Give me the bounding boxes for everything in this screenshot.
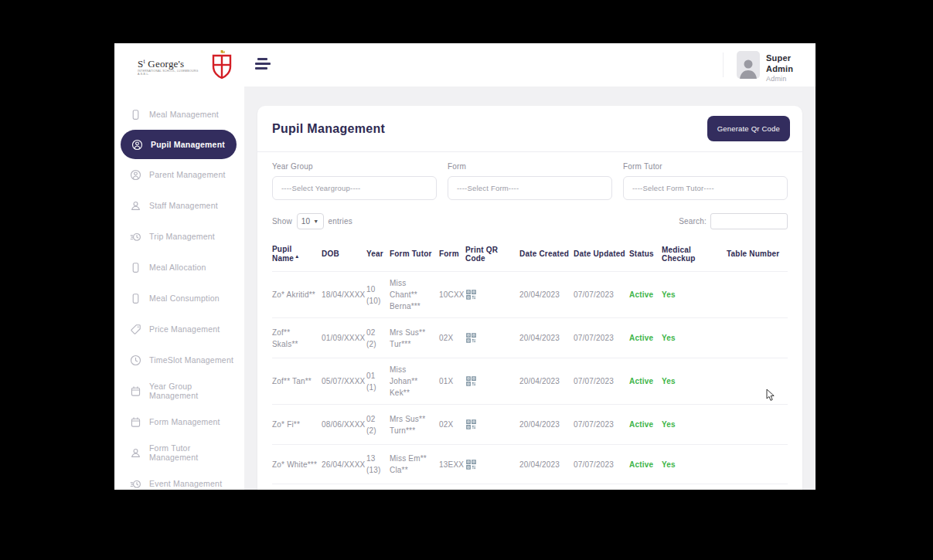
cell-year: 02 (2) xyxy=(366,413,390,436)
cell-year: 02 (2) xyxy=(366,327,390,350)
cell-date-created: 20/04/2023 xyxy=(519,289,574,300)
avatar[interactable] xyxy=(737,51,760,79)
sidebar-item-parent-management[interactable]: Parent Management xyxy=(114,159,244,190)
main-content: Pupil Management Generate Qr Code Year G… xyxy=(244,87,816,490)
cell-form: 01X xyxy=(439,375,465,387)
event-icon xyxy=(130,478,141,490)
cell-dob: 08/06/XXXX xyxy=(322,419,366,430)
meal-icon xyxy=(130,109,141,120)
entries-length-value: 10 xyxy=(301,217,311,226)
print-qr-code-icon[interactable] xyxy=(465,289,519,300)
year-group-select[interactable]: ----Select Yeargroup---- xyxy=(272,176,437,200)
print-qr-code-icon[interactable] xyxy=(465,459,519,470)
cell-dob: 01/09/XXXX xyxy=(322,332,366,344)
cell-form: 13EXX xyxy=(439,459,465,470)
sidebar-item-form-management[interactable]: Form Management xyxy=(114,406,244,437)
cell-pupil-name: Zo* Fi** xyxy=(272,419,322,430)
pupil-icon xyxy=(131,139,143,151)
page-title: Pupil Management xyxy=(272,122,385,136)
sidebar-item-form-tutor-management[interactable]: Form Tutor Management xyxy=(114,437,244,468)
col-print-qr[interactable]: Print QR Code xyxy=(465,246,519,263)
sidebar-item-price-management[interactable]: Price Management xyxy=(114,314,244,344)
top-bar: Super Admin Admin xyxy=(244,43,816,87)
status-badge: Active xyxy=(629,375,662,387)
form-tutor-icon xyxy=(130,447,141,459)
cell-pupil-name: Zof** Tan** xyxy=(272,375,322,387)
form-tutor-filter: Form Tutor ----Select Form Tutor---- xyxy=(623,162,788,200)
cell-year: 10 (10) xyxy=(366,283,390,307)
sidebar-item-event-management[interactable]: Event Management xyxy=(114,468,244,490)
cell-form: 02X xyxy=(439,332,465,344)
sidebar-item-label: Form Tutor Management xyxy=(149,443,237,462)
show-label: Show xyxy=(272,217,292,226)
cell-date-created: 20/04/2023 xyxy=(519,419,574,430)
search-label: Search: xyxy=(679,217,707,226)
col-form-tutor[interactable]: Form Tutor xyxy=(390,249,439,258)
form-tutor-select[interactable]: ----Select Form Tutor---- xyxy=(623,176,788,200)
cell-date-updated: 07/07/2023 xyxy=(574,332,629,344)
sidebar-item-label: Pupil Management xyxy=(151,140,225,149)
status-badge: Active xyxy=(629,419,662,430)
cell-form-tutor: Mrs Sus** Turn*** xyxy=(390,413,439,436)
col-form[interactable]: Form xyxy=(439,249,465,258)
brand-name: St George's xyxy=(138,59,206,69)
cell-date-created: 20/04/2023 xyxy=(519,332,574,344)
col-status[interactable]: Status xyxy=(629,249,662,258)
col-year[interactable]: Year xyxy=(366,249,390,258)
app-window: St George's INTERNATIONAL SCHOOL, LUXEMB… xyxy=(114,43,816,490)
table-row: Zof** Tan** 05/07/XXXX 01 (1) Miss Johan… xyxy=(272,358,788,404)
sidebar-item-label: Year Group Management xyxy=(149,382,237,400)
cell-date-updated: 07/07/2023 xyxy=(574,459,629,470)
cell-form-tutor: Miss Em** Cla** xyxy=(390,453,439,476)
form-select[interactable]: ----Select Form---- xyxy=(448,176,612,200)
price-tag-icon xyxy=(130,324,141,335)
pupil-table: Pupil Name▲ DOB Year Form Tutor Form Pri… xyxy=(272,241,788,484)
brand-logo[interactable]: St George's INTERNATIONAL SCHOOL, LUXEMB… xyxy=(114,43,244,88)
search-input[interactable] xyxy=(710,213,788,229)
sidebar-item-meal-allocation[interactable]: Meal Allocation xyxy=(114,252,244,283)
sidebar-item-trip-management[interactable]: Trip Management xyxy=(114,221,244,252)
form-tutor-label: Form Tutor xyxy=(623,162,788,171)
sidebar-item-meal-management[interactable]: Meal Management xyxy=(114,99,244,130)
print-qr-code-icon[interactable] xyxy=(465,419,519,430)
col-dob[interactable]: DOB xyxy=(322,249,366,258)
sidebar-item-staff-management[interactable]: Staff Management xyxy=(114,190,244,221)
entries-label: entries xyxy=(329,217,352,226)
chevron-down-icon: ▼ xyxy=(313,219,318,224)
col-table-number[interactable]: Table Number xyxy=(727,249,788,258)
status-badge: Active xyxy=(629,459,662,470)
sidebar-item-label: Price Management xyxy=(149,324,220,334)
sidebar-item-timeslot-management[interactable]: TimeSlot Management xyxy=(114,344,244,375)
medical-checkup-value: Yes xyxy=(662,419,727,430)
status-badge: Active xyxy=(629,332,662,344)
generate-qr-code-button[interactable]: Generate Qr Code xyxy=(707,116,790,141)
col-date-updated[interactable]: Date Updated xyxy=(574,249,629,258)
card-header: Pupil Management Generate Qr Code xyxy=(257,106,802,152)
cell-form-tutor: Mrs Sus** Tur*** xyxy=(390,327,439,350)
sidebar-item-label: Staff Management xyxy=(149,201,218,210)
col-pupil-name[interactable]: Pupil Name▲ xyxy=(272,245,322,263)
filter-row: Year Group ----Select Yeargroup---- Form… xyxy=(272,162,788,200)
pupil-management-card: Pupil Management Generate Qr Code Year G… xyxy=(257,106,802,490)
print-qr-code-icon[interactable] xyxy=(465,375,519,387)
print-qr-code-icon[interactable] xyxy=(465,332,519,344)
form-label: Form xyxy=(448,162,612,171)
divider xyxy=(723,53,724,77)
user-meta[interactable]: Super Admin Admin xyxy=(766,53,816,83)
sidebar-item-year-group-management[interactable]: Year Group Management xyxy=(114,375,244,406)
cell-year: 13 (13) xyxy=(366,453,390,476)
sidebar-nav: Meal Management Pupil Management Parent … xyxy=(114,99,244,490)
sidebar-item-label: Meal Allocation xyxy=(149,263,206,272)
sidebar-item-label: Meal Management xyxy=(149,110,219,119)
clock-icon xyxy=(130,355,141,366)
cell-form-tutor: Miss Chant** Berna*** xyxy=(390,277,439,312)
col-date-created[interactable]: Date Created xyxy=(519,249,574,258)
sidebar-item-meal-consumption[interactable]: Meal Consumption xyxy=(114,283,244,314)
entries-length-select[interactable]: 10▼ xyxy=(297,213,324,229)
year-group-filter: Year Group ----Select Yeargroup---- xyxy=(272,162,437,200)
hamburger-menu-icon[interactable] xyxy=(255,58,272,72)
sidebar-item-pupil-management[interactable]: Pupil Management xyxy=(121,130,237,159)
meal-consumption-icon xyxy=(130,293,141,304)
medical-checkup-value: Yes xyxy=(662,375,727,387)
col-medical-checkup[interactable]: Medical Checkup xyxy=(662,246,727,263)
